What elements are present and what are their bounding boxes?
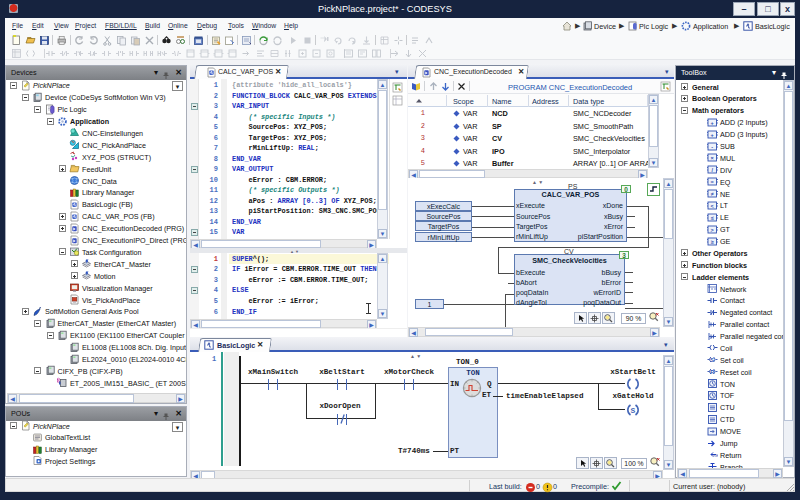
svg-text:≠: ≠ [711, 191, 714, 197]
svg-text:≤: ≤ [711, 214, 714, 220]
svg-text:+: + [711, 119, 714, 125]
svg-text:≥: ≥ [711, 238, 714, 244]
svg-text:-: - [711, 143, 713, 149]
svg-text:S: S [631, 406, 636, 415]
svg-text:=: = [711, 179, 714, 185]
svg-text:+: + [711, 131, 714, 137]
svg-text:R: R [710, 369, 714, 375]
svg-text:S: S [710, 357, 714, 363]
svg-text:>: > [711, 226, 714, 232]
svg-text:<: < [711, 202, 714, 208]
svg-text:RET: RET [713, 453, 718, 458]
svg-text:×: × [711, 155, 714, 161]
